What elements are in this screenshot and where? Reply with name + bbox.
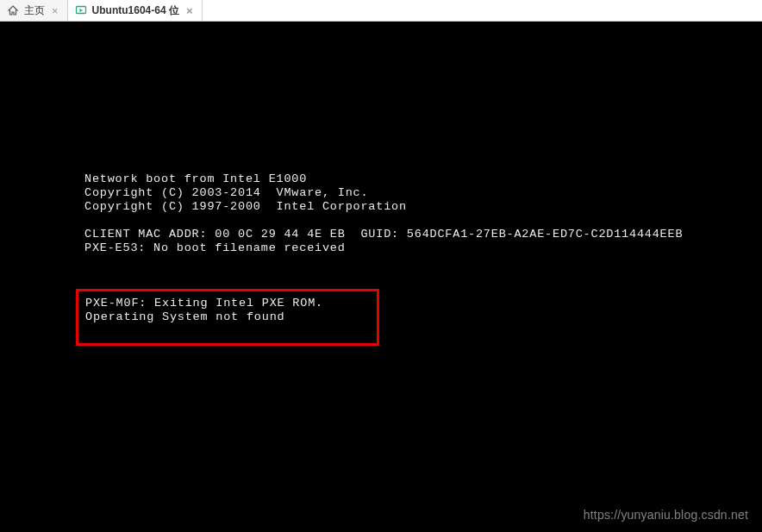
boot-line-os-not-found: Operating System not found [85, 310, 377, 324]
error-highlight-box: PXE-M0F: Exiting Intel PXE ROM. Operatin… [76, 289, 379, 346]
tab-ubuntu-label: Ubuntu1604-64 位 [92, 3, 179, 18]
close-icon[interactable]: × [184, 4, 195, 17]
tab-ubuntu[interactable]: Ubuntu1604-64 位 × [68, 0, 203, 21]
watermark-text: https://yunyaniu.blog.csdn.net [584, 508, 748, 522]
tab-home-label: 主页 [24, 3, 45, 18]
svg-marker-1 [79, 9, 83, 12]
home-icon [7, 4, 19, 16]
console-screen: Network boot from Intel E1000 Copyright … [0, 22, 762, 532]
boot-line-network: Network boot from Intel E1000 [84, 172, 762, 186]
tab-bar: 主页 × Ubuntu1604-64 位 × [0, 0, 762, 22]
tab-home[interactable]: 主页 × [0, 0, 68, 21]
boot-line-copyright-vmware: Copyright (C) 2003-2014 VMware, Inc. [84, 186, 762, 200]
close-icon[interactable]: × [50, 4, 60, 17]
boot-line-copyright-intel: Copyright (C) 1997-2000 Intel Corporatio… [84, 200, 762, 214]
boot-line-pxe-e53: PXE-E53: No boot filename received [84, 241, 762, 255]
vm-icon [75, 4, 87, 16]
boot-line-pxe-m0f: PXE-M0F: Exiting Intel PXE ROM. [85, 297, 377, 310]
boot-line-client-mac: CLIENT MAC ADDR: 00 0C 29 44 4E EB GUID:… [84, 228, 762, 241]
